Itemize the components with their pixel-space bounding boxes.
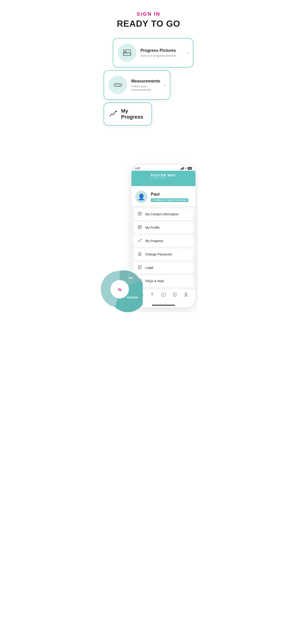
status-bar: 2:27 ⊙ 80 [132, 165, 196, 171]
measurements-title: Measurements [131, 79, 160, 84]
avatar: 👤 [135, 191, 148, 203]
my-progress-label: My Progress [121, 108, 146, 120]
progress-icon [138, 238, 142, 244]
menu-item-profile-label: My Profile [145, 226, 160, 230]
menu-item-password[interactable]: Change Password [134, 248, 193, 260]
profile-section: 👤 Paul COMMUNITY MEN'S PROGRAM [132, 186, 196, 206]
menu-item-profile[interactable]: My Profile [134, 222, 193, 233]
profile-name: Paul [151, 192, 192, 197]
nav-checklist[interactable] [172, 292, 177, 298]
sign-in-label: SIGN IN [104, 11, 194, 17]
nav-play[interactable] [161, 292, 166, 298]
app-logo-text: FASTER WAY [151, 174, 176, 177]
profile-nav-icon [184, 292, 188, 298]
image-icon [122, 48, 132, 58]
nav-food[interactable] [150, 292, 155, 298]
cards-section: Progress Pictures See your progress pict… [99, 34, 198, 162]
ready-label: READY TO GO [104, 19, 194, 29]
app-logo: FASTER WAY TO FAT LOSS® [151, 174, 176, 179]
progress-pictures-card[interactable]: Progress Pictures See your progress pict… [113, 38, 194, 68]
menu-item-legal-label: Legal [145, 266, 153, 270]
measurements-text: Measurements Follow your measurements [131, 79, 160, 92]
program-badge: COMMUNITY MEN'S PROGRAM [151, 198, 188, 202]
my-progress-card[interactable]: My Progress [104, 102, 152, 126]
header-section: SIGN IN READY TO GO [99, 0, 198, 34]
measurements-chevron: › [164, 83, 166, 88]
lock-icon [138, 252, 142, 257]
avatar-icon: 👤 [138, 194, 145, 200]
app-logo-sub: TO FAT LOSS® [151, 177, 176, 179]
svg-point-34 [185, 293, 187, 295]
menu-item-contact-label: My Contact Information [145, 212, 179, 216]
wifi-icon: ⊙ [185, 167, 187, 170]
status-icons: ⊙ 80 [180, 167, 192, 170]
my-progress-icon [110, 110, 117, 118]
progress-pictures-chevron: › [187, 50, 188, 55]
app-header: FASTER WAY TO FAT LOSS® [132, 171, 196, 186]
tape-measure-icon [113, 80, 123, 90]
food-nav-icon [150, 292, 155, 298]
contact-icon [138, 212, 142, 217]
play-nav-icon [161, 292, 166, 298]
progress-pictures-subtitle: See your progress pictures [140, 54, 183, 57]
svg-text:%: % [118, 288, 122, 292]
svg-point-13 [139, 213, 140, 214]
progress-pictures-title: Progress Pictures [140, 48, 183, 53]
menu-item-progress-label: My Progress [145, 239, 164, 243]
profile-icon [138, 225, 142, 230]
progress-pictures-text: Progress Pictures See your progress pict… [140, 48, 183, 57]
progress-pictures-icon-circle [118, 44, 136, 62]
menu-item-contact[interactable]: My Contact Information [134, 208, 193, 220]
home-bar [152, 305, 175, 306]
profile-info: Paul COMMUNITY MEN'S PROGRAM [151, 192, 192, 202]
menu-item-help-label: FAQs & Help [145, 279, 164, 283]
status-time: 2:27 [135, 167, 140, 170]
measurements-icon-circle [109, 76, 127, 94]
svg-text:FAT: FAT [128, 277, 133, 280]
measurements-subtitle: Follow your measurements [131, 84, 160, 92]
phone-section: FAT PROTEIN % 2:27 ⊙ 80 FA [99, 165, 198, 312]
svg-text:PROTEIN: PROTEIN [127, 296, 138, 299]
measurements-card[interactable]: Measurements Follow your measurements › [104, 70, 170, 100]
pie-chart: FAT PROTEIN % [99, 266, 143, 312]
menu-item-password-label: Change Password [145, 252, 172, 256]
battery-badge: 80 [188, 167, 192, 170]
svg-point-19 [140, 254, 140, 255]
menu-item-progress[interactable]: My Progress [134, 235, 193, 247]
checklist-nav-icon [172, 292, 177, 298]
signal-bars-icon [180, 167, 184, 170]
nav-profile[interactable] [184, 292, 188, 298]
